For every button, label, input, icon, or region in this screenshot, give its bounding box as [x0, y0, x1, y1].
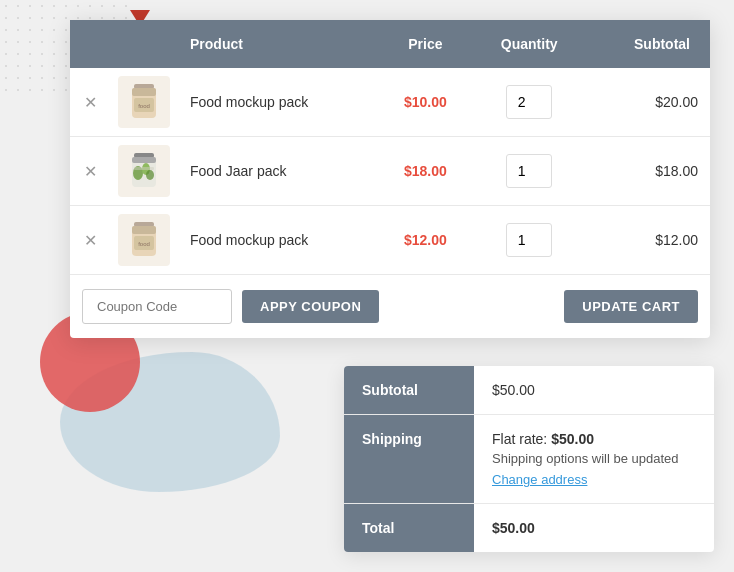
svg-point-10 [146, 170, 154, 180]
product-image [118, 145, 170, 197]
cart-card: Product Price Quantity Subtotal ✕ [70, 20, 710, 338]
product-price: $18.00 [378, 137, 472, 206]
shipping-note: Shipping options will be updated [492, 451, 696, 466]
shipping-rate-value: $50.00 [551, 431, 594, 447]
table-row: ✕ Food [70, 137, 710, 206]
product-image-cell [110, 137, 178, 206]
product-name: Food mockup pack [178, 206, 378, 275]
summary-table: Subtotal $50.00 Shipping Flat rate: $50.… [344, 366, 714, 552]
col-header-subtotal: Subtotal [586, 20, 710, 68]
summary-value-total: $50.00 [474, 504, 714, 553]
col-header-remove [70, 20, 110, 68]
table-row: ✕ food Food mockup pack $10.00 [70, 68, 710, 137]
col-header-quantity: Quantity [472, 20, 586, 68]
product-image: food [118, 76, 170, 128]
col-header-product: Product [178, 20, 378, 68]
product-name: Food mockup pack [178, 68, 378, 137]
remove-button[interactable]: ✕ [70, 137, 110, 206]
product-subtotal: $12.00 [586, 206, 710, 275]
svg-rect-14 [132, 226, 156, 234]
summary-label-total: Total [344, 504, 474, 553]
product-price: $10.00 [378, 68, 472, 137]
remove-button[interactable]: ✕ [70, 68, 110, 137]
svg-text:food: food [138, 103, 150, 109]
cart-table: Product Price Quantity Subtotal ✕ [70, 20, 710, 275]
svg-text:food: food [138, 241, 150, 247]
remove-button[interactable]: ✕ [70, 206, 110, 275]
table-row: ✕ food Food mockup pack $12.00 [70, 206, 710, 275]
cart-actions: APPY COUPON UPDATE CART [70, 275, 710, 338]
product-subtotal: $20.00 [586, 68, 710, 137]
svg-rect-7 [132, 157, 156, 163]
summary-value-subtotal: $50.00 [474, 366, 714, 415]
shipping-rate: Flat rate: $50.00 [492, 431, 696, 447]
product-qty-cell [472, 137, 586, 206]
product-qty-cell [472, 206, 586, 275]
product-image-cell: food [110, 68, 178, 137]
product-qty-cell [472, 68, 586, 137]
product-name: Food Jaar pack [178, 137, 378, 206]
table-header-row: Product Price Quantity Subtotal [70, 20, 710, 68]
quantity-input[interactable] [506, 154, 552, 188]
update-cart-button[interactable]: UPDATE CART [564, 290, 698, 323]
svg-rect-11 [134, 167, 154, 170]
change-address-link[interactable]: Change address [492, 472, 587, 487]
svg-rect-2 [132, 88, 156, 96]
product-subtotal: $18.00 [586, 137, 710, 206]
col-header-image [110, 20, 178, 68]
summary-row-total: Total $50.00 [344, 504, 714, 553]
apply-coupon-button[interactable]: APPY COUPON [242, 290, 379, 323]
col-header-price: Price [378, 20, 472, 68]
summary-card: Subtotal $50.00 Shipping Flat rate: $50.… [344, 366, 714, 552]
quantity-input[interactable] [506, 85, 552, 119]
product-price: $12.00 [378, 206, 472, 275]
quantity-input[interactable] [506, 223, 552, 257]
product-image: food [118, 214, 170, 266]
summary-row-subtotal: Subtotal $50.00 [344, 366, 714, 415]
summary-row-shipping: Shipping Flat rate: $50.00 Shipping opti… [344, 415, 714, 504]
summary-label-shipping: Shipping [344, 415, 474, 504]
summary-label-subtotal: Subtotal [344, 366, 474, 415]
product-image-cell: food [110, 206, 178, 275]
summary-value-shipping: Flat rate: $50.00 Shipping options will … [474, 415, 714, 504]
coupon-input[interactable] [82, 289, 232, 324]
